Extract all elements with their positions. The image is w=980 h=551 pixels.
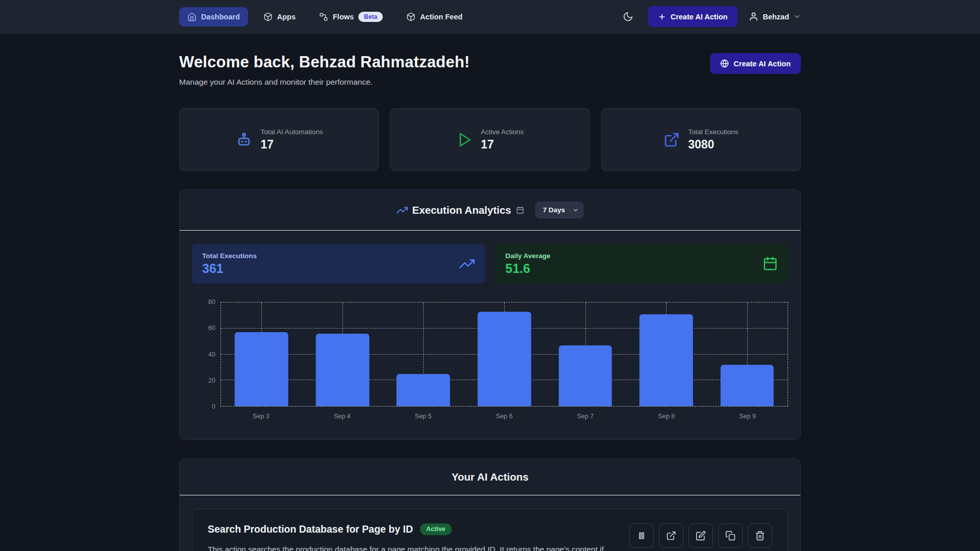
x-tick-label: Sep 6 (496, 413, 513, 420)
nav-item-dashboard[interactable]: Dashboard (179, 7, 248, 27)
x-tick-label: Sep 3 (253, 413, 270, 420)
nav-item-label: Action Feed (420, 13, 462, 21)
x-tick-label: Sep 4 (334, 413, 351, 420)
y-tick-label: 20 (208, 377, 215, 384)
chart-x-axis: Sep 3Sep 4Sep 5Sep 6Sep 7Sep 8Sep 9 (220, 411, 788, 424)
action-card: Search Production Database for Page by I… (192, 509, 788, 551)
delete-button[interactable] (748, 523, 772, 548)
main-nav: Dashboard Apps Flows Beta Action Feed (179, 7, 471, 27)
nav-item-action-feed[interactable]: Action Feed (398, 7, 471, 27)
plus-icon (658, 13, 666, 21)
pause-icon (636, 531, 647, 541)
summary-value: 51.6 (505, 261, 550, 276)
summary-label: Daily Average (505, 252, 550, 260)
pause-button[interactable] (629, 523, 654, 548)
x-tick-label: Sep 8 (658, 413, 675, 420)
trash-icon (755, 531, 765, 541)
duplicate-icon (725, 531, 736, 541)
chart-plot (220, 302, 788, 407)
trending-up-icon (459, 256, 475, 271)
chart-y-axis: 020406080 (201, 302, 220, 407)
create-button-label: Create AI Action (671, 13, 728, 21)
play-icon (456, 132, 473, 148)
globe-icon (720, 59, 729, 68)
user-icon (749, 12, 758, 21)
x-tick-label: Sep 5 (415, 413, 432, 420)
package-icon (263, 12, 273, 21)
stats-row: Total AI Automations 17 Active Actions 1… (179, 108, 801, 171)
chart-bar (720, 365, 774, 406)
executions-bar-chart: 020406080 Sep 3Sep 4Sep 5Sep 6Sep 7Sep 8… (192, 302, 788, 424)
action-description: This action searches the production data… (208, 543, 611, 551)
chart-bar (235, 332, 288, 406)
nav-item-label: Flows (333, 13, 354, 21)
nav-item-label: Dashboard (201, 13, 240, 21)
y-tick-label: 60 (208, 324, 215, 332)
topbar: Dashboard Apps Flows Beta Action Feed (0, 0, 980, 34)
nav-item-apps[interactable]: Apps (255, 7, 304, 27)
chart-bar (397, 374, 450, 406)
y-tick-label: 80 (208, 298, 215, 306)
robot-icon (235, 131, 253, 148)
calendar-icon (763, 256, 778, 271)
user-menu[interactable]: Behzad (749, 12, 801, 21)
status-badge: Active (420, 523, 452, 535)
create-ai-action-button-topbar[interactable]: Create AI Action (648, 6, 738, 27)
beta-badge: Beta (358, 12, 383, 22)
actions-section-title: Your AI Actions (452, 471, 529, 483)
nav-item-flows[interactable]: Flows Beta (311, 7, 391, 27)
daily-average-summary-card: Daily Average 51.6 (495, 244, 788, 284)
trending-up-icon (397, 205, 408, 216)
chart-bar (316, 334, 370, 406)
stat-card-total-automations: Total AI Automations 17 (179, 108, 379, 171)
analytics-title: Execution Analytics (412, 204, 511, 216)
package-icon (406, 12, 415, 21)
calendar-icon (516, 206, 524, 214)
duplicate-button[interactable] (718, 523, 743, 548)
page-subtitle: Manage your AI Actions and monitor their… (179, 78, 470, 87)
workflow-icon (319, 12, 328, 21)
stat-card-total-executions: Total Executions 3080 (601, 108, 801, 171)
stat-value: 17 (261, 138, 323, 152)
stat-label: Total AI Automations (261, 128, 323, 136)
edit-icon (696, 531, 706, 541)
stat-value: 17 (481, 138, 524, 152)
action-title: Search Production Database for Page by I… (208, 523, 413, 535)
execution-analytics-panel: Execution Analytics 7 Days Total Executi… (179, 189, 801, 440)
open-button[interactable] (659, 523, 683, 548)
y-tick-label: 0 (212, 403, 215, 410)
moon-icon (623, 11, 633, 22)
page-title: Welcome back, Behzad Rahmatzadeh! (179, 53, 470, 71)
create-ai-action-button-hero[interactable]: Create AI Action (710, 53, 801, 74)
y-tick-label: 40 (208, 351, 215, 358)
create-button-label: Create AI Action (733, 60, 791, 68)
summary-label: Total Executions (202, 252, 257, 260)
chevron-down-icon (793, 13, 801, 20)
chart-bar (558, 345, 612, 406)
nav-item-label: Apps (277, 13, 296, 21)
theme-toggle-button[interactable] (620, 8, 636, 25)
date-range-select[interactable]: 7 Days (535, 202, 583, 218)
your-ai-actions-panel: Your AI Actions Search Production Databa… (179, 458, 801, 551)
stat-label: Total Executions (688, 128, 738, 136)
chart-bar (640, 314, 693, 406)
edit-button[interactable] (689, 523, 713, 548)
home-icon (187, 12, 197, 21)
stat-card-active-actions: Active Actions 17 (390, 108, 590, 171)
x-tick-label: Sep 9 (739, 413, 756, 420)
external-link-icon (666, 531, 676, 541)
external-link-icon (664, 132, 680, 148)
stat-value: 3080 (688, 138, 738, 152)
user-name: Behzad (763, 13, 789, 21)
total-executions-summary-card: Total Executions 361 (192, 244, 485, 284)
chart-bar (478, 312, 531, 406)
summary-value: 361 (202, 261, 257, 276)
stat-label: Active Actions (481, 128, 524, 136)
x-tick-label: Sep 7 (577, 413, 594, 420)
